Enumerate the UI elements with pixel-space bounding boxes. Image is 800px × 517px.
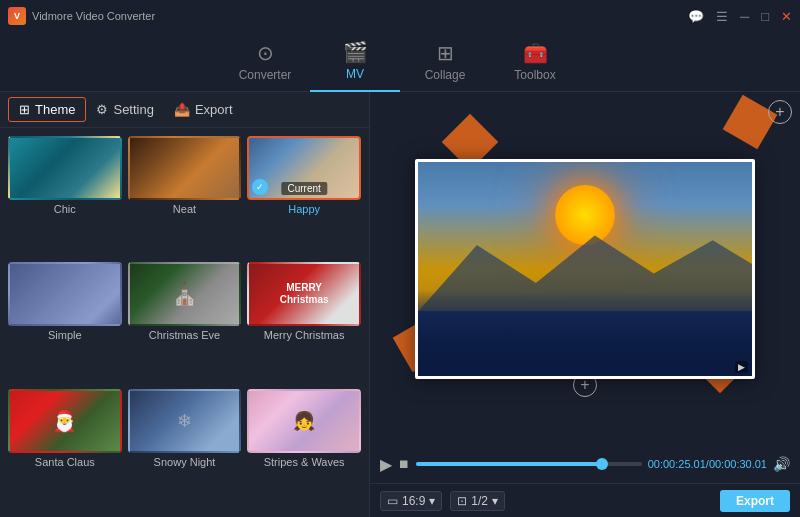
preview-watermark: ▶ bbox=[735, 361, 748, 373]
time-display: 00:00:25.01/00:00:30.01 bbox=[648, 458, 767, 470]
converter-icon: ⊙ bbox=[257, 41, 274, 65]
add-media-top-right-button[interactable]: + bbox=[768, 100, 792, 124]
theme-thumb-chic bbox=[8, 136, 122, 200]
main-content: ⊞ Theme ⚙ Setting 📤 Export Chic Neat bbox=[0, 92, 800, 517]
message-icon[interactable]: 💬 bbox=[688, 9, 704, 24]
preview-frame: ▶ bbox=[415, 159, 755, 379]
theme-thumb-simple bbox=[8, 262, 122, 326]
theme-label-santa-claus: Santa Claus bbox=[35, 456, 95, 468]
subnav-export[interactable]: 📤 Export bbox=[164, 98, 243, 121]
theme-item-chic[interactable]: Chic bbox=[8, 136, 122, 256]
theme-grid-icon: ⊞ bbox=[19, 102, 30, 117]
export-label: Export bbox=[195, 102, 233, 117]
tab-toolbox[interactable]: 🧰 Toolbox bbox=[490, 32, 580, 92]
theme-item-happy[interactable]: ✓ Current Happy bbox=[247, 136, 361, 256]
minimize-button[interactable]: ─ bbox=[740, 9, 749, 24]
theme-label-snowy-night: Snowy Night bbox=[154, 456, 216, 468]
stop-button[interactable]: ⏹ bbox=[398, 457, 410, 471]
menu-icon[interactable]: ☰ bbox=[716, 9, 728, 24]
theme-thumb-merry-christmas: MERRYChristmas bbox=[247, 262, 361, 326]
tab-mv[interactable]: 🎬 MV bbox=[310, 32, 400, 92]
collage-label: Collage bbox=[425, 68, 466, 82]
app-icon: V bbox=[8, 7, 26, 25]
progress-bar[interactable] bbox=[416, 462, 642, 466]
current-badge: Current bbox=[281, 182, 326, 195]
setting-gear-icon: ⚙ bbox=[96, 102, 108, 117]
sub-nav: ⊞ Theme ⚙ Setting 📤 Export bbox=[0, 92, 369, 128]
title-bar-left: V Vidmore Video Converter bbox=[8, 7, 155, 25]
theme-thumb-santa: 🎅 bbox=[8, 389, 122, 453]
theme-label-chic: Chic bbox=[54, 203, 76, 215]
theme-thumb-happy: ✓ Current bbox=[247, 136, 361, 200]
title-bar-controls: 💬 ☰ ─ □ ✕ bbox=[688, 9, 792, 24]
setting-label: Setting bbox=[113, 102, 153, 117]
theme-item-merry-christmas[interactable]: MERRYChristmas Merry Christmas bbox=[247, 262, 361, 382]
ratio-dropdown-icon: ▾ bbox=[429, 494, 435, 508]
subnav-theme[interactable]: ⊞ Theme bbox=[8, 97, 86, 122]
quality-selector[interactable]: ⊡ 1/2 ▾ bbox=[450, 491, 505, 511]
ratio-value: 16:9 bbox=[402, 494, 425, 508]
water-reflection bbox=[418, 311, 752, 375]
theme-grid: Chic Neat ✓ Current Happy Simple bbox=[0, 128, 369, 517]
quality-value: 1/2 bbox=[471, 494, 488, 508]
close-button[interactable]: ✕ bbox=[781, 9, 792, 24]
theme-item-snowy-night[interactable]: ❄ Snowy Night bbox=[128, 389, 242, 509]
svg-marker-0 bbox=[418, 235, 752, 311]
corner-decoration-tr bbox=[723, 95, 778, 150]
collage-icon: ⊞ bbox=[437, 41, 454, 65]
theme-thumb-stripes: 👧 bbox=[247, 389, 361, 453]
options-bar: ▭ 16:9 ▾ ⊡ 1/2 ▾ Export bbox=[370, 483, 800, 517]
title-bar: V Vidmore Video Converter 💬 ☰ ─ □ ✕ bbox=[0, 0, 800, 32]
progress-fill bbox=[416, 462, 603, 466]
tab-collage[interactable]: ⊞ Collage bbox=[400, 32, 490, 92]
theme-thumb-neat bbox=[128, 136, 242, 200]
theme-label: Theme bbox=[35, 102, 75, 117]
mountain-silhouette bbox=[418, 226, 752, 312]
play-button[interactable]: ▶ bbox=[380, 455, 392, 474]
toolbox-label: Toolbox bbox=[514, 68, 555, 82]
theme-label-stripes-waves: Stripes & Waves bbox=[264, 456, 345, 468]
subnav-setting[interactable]: ⚙ Setting bbox=[86, 98, 163, 121]
mv-icon: 🎬 bbox=[343, 40, 368, 64]
export-button[interactable]: Export bbox=[720, 490, 790, 512]
right-panel: + + ▶ ▶ ⏹ bbox=[370, 92, 800, 517]
theme-label-neat: Neat bbox=[173, 203, 196, 215]
controls-bar: ▶ ⏹ 00:00:25.01/00:00:30.01 🔊 bbox=[370, 445, 800, 483]
theme-item-neat[interactable]: Neat bbox=[128, 136, 242, 256]
nav-bar: ⊙ Converter 🎬 MV ⊞ Collage 🧰 Toolbox bbox=[0, 32, 800, 92]
theme-item-simple[interactable]: Simple bbox=[8, 262, 122, 382]
theme-item-christmas-eve[interactable]: ⛪ Christmas Eve bbox=[128, 262, 242, 382]
theme-label-happy: Happy bbox=[288, 203, 320, 215]
theme-thumb-snowy: ❄ bbox=[128, 389, 242, 453]
volume-icon[interactable]: 🔊 bbox=[773, 456, 790, 472]
tab-converter[interactable]: ⊙ Converter bbox=[220, 32, 310, 92]
maximize-button[interactable]: □ bbox=[761, 9, 769, 24]
converter-label: Converter bbox=[239, 68, 292, 82]
theme-label-simple: Simple bbox=[48, 329, 82, 341]
theme-item-stripes-waves[interactable]: 👧 Stripes & Waves bbox=[247, 389, 361, 509]
quality-icon: ⊡ bbox=[457, 494, 467, 508]
app-title: Vidmore Video Converter bbox=[32, 10, 155, 22]
ratio-selector[interactable]: ▭ 16:9 ▾ bbox=[380, 491, 442, 511]
preview-image bbox=[418, 162, 752, 376]
ratio-icon: ▭ bbox=[387, 494, 398, 508]
theme-label-christmas-eve: Christmas Eve bbox=[149, 329, 221, 341]
export-icon: 📤 bbox=[174, 102, 190, 117]
theme-item-santa-claus[interactable]: 🎅 Santa Claus bbox=[8, 389, 122, 509]
quality-dropdown-icon: ▾ bbox=[492, 494, 498, 508]
theme-thumb-christmas-eve: ⛪ bbox=[128, 262, 242, 326]
mv-label: MV bbox=[346, 67, 364, 81]
selected-check-icon: ✓ bbox=[252, 179, 268, 195]
preview-area: + + ▶ bbox=[370, 92, 800, 445]
theme-label-merry-christmas: Merry Christmas bbox=[264, 329, 345, 341]
toolbox-icon: 🧰 bbox=[523, 41, 548, 65]
left-panel: ⊞ Theme ⚙ Setting 📤 Export Chic Neat bbox=[0, 92, 370, 517]
